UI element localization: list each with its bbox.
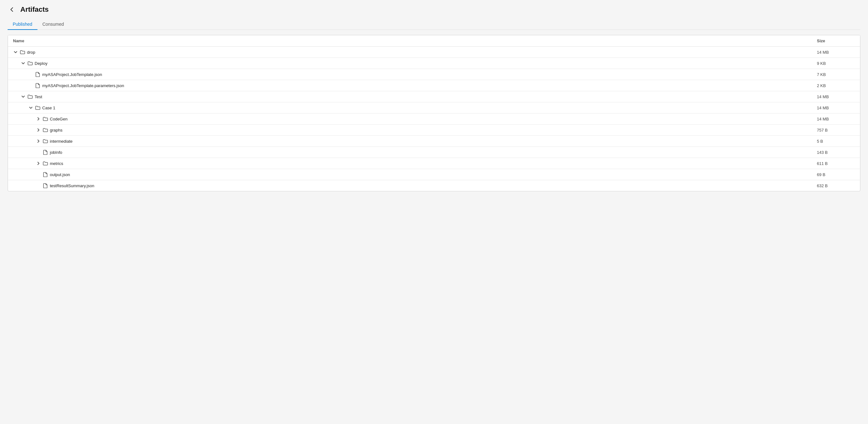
chevron-right-icon[interactable] <box>36 139 41 144</box>
item-name: CodeGen <box>50 117 68 121</box>
cell-name: CodeGen <box>13 116 817 121</box>
cell-name: Test <box>13 94 817 99</box>
table-row: intermediate 5 B <box>8 136 860 147</box>
cell-size: 9 KB <box>817 61 855 66</box>
folder-icon <box>43 139 48 144</box>
tab-published[interactable]: Published <box>8 19 37 30</box>
chevron-down-icon[interactable] <box>13 50 18 55</box>
cell-name: graphs <box>13 128 817 133</box>
folder-icon <box>20 50 25 55</box>
cell-name: drop <box>13 50 817 55</box>
item-name: myASAProject.JobTemplate.parameters.json <box>42 83 124 88</box>
folder-icon <box>35 105 40 110</box>
page-container: Artifacts Published Consumed Name Size d… <box>0 0 868 424</box>
table-row: output.json 69 B <box>8 169 860 180</box>
tab-consumed[interactable]: Consumed <box>37 19 69 30</box>
item-name: testResultSummary.json <box>50 183 94 188</box>
file-icon <box>35 72 40 77</box>
item-name: Case 1 <box>42 106 55 110</box>
item-name: output.json <box>50 172 70 177</box>
table-row: jobInfo 143 B <box>8 147 860 158</box>
file-icon <box>43 150 48 155</box>
cell-size: 2 KB <box>817 83 855 88</box>
chevron-right-icon[interactable] <box>36 161 41 166</box>
table-row: metrics 611 B <box>8 158 860 169</box>
item-name: Deploy <box>35 61 47 66</box>
page-header: Artifacts <box>8 5 860 14</box>
cell-size: 632 B <box>817 183 855 188</box>
table-row: CodeGen 14 MB <box>8 113 860 124</box>
cell-name: output.json <box>13 172 817 177</box>
table-row: Deploy 9 KB <box>8 58 860 69</box>
cell-name: myASAProject.JobTemplate.json <box>13 72 817 77</box>
table-row: Test 14 MB <box>8 91 860 102</box>
table-row: myASAProject.JobTemplate.json 7 KB <box>8 69 860 80</box>
chevron-down-icon[interactable] <box>21 94 26 99</box>
item-name: jobInfo <box>50 150 62 155</box>
page-title: Artifacts <box>20 5 49 14</box>
table-row: testResultSummary.json 632 B <box>8 180 860 191</box>
item-name: graphs <box>50 128 63 133</box>
cell-size: 5 B <box>817 139 855 144</box>
cell-name: metrics <box>13 161 817 166</box>
folder-icon <box>43 116 48 121</box>
cell-size: 611 B <box>817 161 855 166</box>
cell-name: Deploy <box>13 61 817 66</box>
item-name: metrics <box>50 161 63 166</box>
table-row: graphs 757 B <box>8 124 860 136</box>
cell-size: 14 MB <box>817 50 855 55</box>
cell-size: 7 KB <box>817 72 855 77</box>
table-row: Case 1 14 MB <box>8 102 860 113</box>
cell-name: jobInfo <box>13 150 817 155</box>
cell-name: intermediate <box>13 139 817 144</box>
cell-size: 69 B <box>817 172 855 177</box>
cell-name: myASAProject.JobTemplate.parameters.json <box>13 83 817 88</box>
item-name: Test <box>35 94 42 99</box>
item-name: myASAProject.JobTemplate.json <box>42 72 102 77</box>
column-size: Size <box>817 38 855 43</box>
table-header: Name Size <box>8 35 860 47</box>
table-row: drop 14 MB <box>8 47 860 58</box>
cell-name: testResultSummary.json <box>13 183 817 188</box>
cell-size: 14 MB <box>817 106 855 110</box>
folder-icon <box>43 128 48 133</box>
chevron-down-icon[interactable] <box>28 105 33 110</box>
tabs-container: Published Consumed <box>8 19 860 30</box>
folder-icon <box>43 161 48 166</box>
folder-icon <box>28 94 33 99</box>
cell-size: 14 MB <box>817 117 855 121</box>
chevron-right-icon[interactable] <box>36 128 41 133</box>
artifacts-table: Name Size drop 14 MB <box>8 35 860 191</box>
back-button[interactable] <box>8 5 17 14</box>
cell-name: Case 1 <box>13 105 817 110</box>
file-icon <box>35 83 40 88</box>
column-name: Name <box>13 38 817 43</box>
table-row: myASAProject.JobTemplate.parameters.json… <box>8 80 860 91</box>
item-name: intermediate <box>50 139 73 144</box>
cell-size: 143 B <box>817 150 855 155</box>
folder-icon <box>28 61 33 66</box>
item-name: drop <box>27 50 35 55</box>
cell-size: 14 MB <box>817 94 855 99</box>
table-body: drop 14 MB Deploy 9 KB myASAProje <box>8 47 860 191</box>
chevron-down-icon[interactable] <box>21 61 26 66</box>
file-icon <box>43 172 48 177</box>
chevron-right-icon[interactable] <box>36 116 41 121</box>
file-icon <box>43 183 48 188</box>
cell-size: 757 B <box>817 128 855 133</box>
